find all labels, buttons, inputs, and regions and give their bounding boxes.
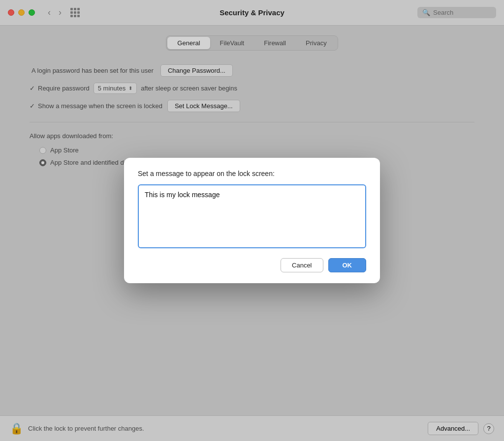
modal-dialog: Set a message to appear on the lock scre…: [124, 158, 380, 283]
cancel-button[interactable]: Cancel: [281, 258, 323, 272]
modal-overlay: Set a message to appear on the lock scre…: [0, 0, 504, 441]
ok-button[interactable]: OK: [328, 258, 367, 272]
modal-title: Set a message to appear on the lock scre…: [138, 170, 366, 177]
lock-message-textarea[interactable]: [138, 184, 366, 248]
modal-buttons: Cancel OK: [138, 258, 366, 272]
